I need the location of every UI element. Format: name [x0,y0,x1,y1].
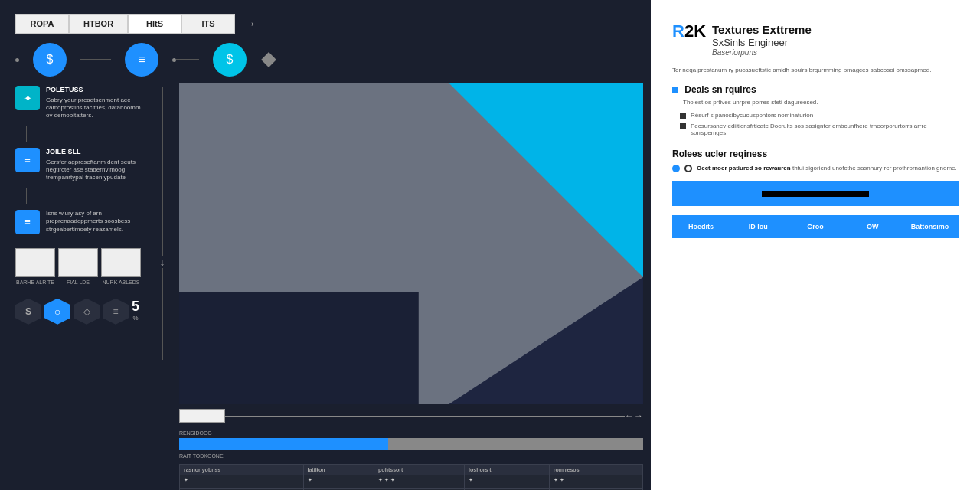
list-item-1: ✦ POLETUSS Gabry your preadtsenment aec … [15,86,147,120]
circle-icon-outline [684,165,692,172]
thumb-label-2: FIAL LDE [67,279,90,285]
geo-shape [179,83,643,404]
list-text-3: Isns wiury asy of arn preprenaadoppmerts… [46,210,147,234]
bullet-text-2: Pecsursanev ediitionsfrticate Docrults s… [691,122,959,136]
bullet-item-2: Pecsursanev ediitionsfrticate Docrults s… [680,122,959,136]
roles-section: Rolees ucler reqiness Oect moer patiured… [672,149,959,172]
list-icon-3: ≡ [15,210,40,234]
bullet-list: Résurf s panosibycucuspontors nominaturi… [680,112,959,136]
deals-heading: Deals sn rquires [672,84,959,95]
table-header-3: pohtssort [374,465,465,475]
btn-black-bar [762,191,869,197]
bottom-nav-battonsimo[interactable]: Battonsimo [901,220,959,234]
description: Ter neqa prestanum ry pucasueftstic amid… [672,66,959,75]
bottom-nav-id[interactable]: ID lou [730,220,787,234]
flow-row: $ ≡ $ [15,43,635,77]
thumbnail-row: BARHE ALR TE FIAL LDE NURK ABLEDS [15,248,147,285]
table-header-2: latilton [303,465,374,475]
top-nav: ROPA HTBOR HItS ITS → [15,14,635,34]
thumb-label-1: BARHE ALR TE [16,279,54,285]
hex-icon-1: S [15,299,41,325]
table-cell: ✦ [303,475,374,485]
flow-icon-3: $ [213,43,247,77]
thumb-1: BARHE ALR TE [15,248,55,285]
bottom-nav: Hoedits ID lou Groo OW Battonsimo [672,215,959,238]
thumb-3: NURK ABLEDS [101,248,141,285]
flow-icon-1: $ [33,43,67,77]
roles-heading: Rolees ucler reqiness [672,149,959,159]
nav-arrow-right: → [243,16,256,32]
hex-row: S ○ ◇ ≡ 5 % [15,296,147,325]
thumb-label-3: NURK ABLEDS [102,279,139,285]
nav-ropa[interactable]: ROPA [15,14,69,34]
table-cell: ✦ [180,475,304,485]
bullet-sq-2 [680,123,686,129]
thumb-box-2 [58,248,98,277]
hex-icon-2: ○ [44,299,70,325]
main-content: ✦ POLETUSS Gabry your preadtsenment aec … [0,80,651,490]
thumb-box-3 [101,248,141,277]
hex-icon-4: ≡ [103,299,129,325]
table-header-4: loshors t [465,465,550,475]
thumb-box-1 [15,248,55,277]
list-item-3: ≡ Isns wiury asy of arn preprenaadoppmer… [15,210,147,234]
bar-fill [179,438,388,450]
table-header-5: rom resos [549,465,642,475]
title-row: R2K Textures Exttreme SxSinls Engineer B… [672,23,959,57]
mini-table: rasnor yobnss latilton pohtssort loshors… [179,464,643,490]
left-list: ✦ POLETUSS Gabry your preadtsenment aec … [0,86,153,490]
roles-bold: Oect moer patiured so rewauren [697,165,791,172]
list-icon-1: ✦ [15,86,40,110]
title-line1: Textures Exttreme [712,23,812,37]
list-item-2: ≡ JOILE SLL Gersfer agproseftanm dent se… [15,148,147,182]
subtitle: Baseriorpuns [712,48,812,57]
h-arrow: ←→ [179,409,643,423]
list-text-1: POLETUSS Gabry your preadtsenment aec ca… [46,86,147,120]
deals-section: Deals sn rquires Tholest os prtives unrp… [672,84,959,136]
table-cell: ✦ ✦ ✦ [374,475,465,485]
r2k-logo: R2K [672,23,706,40]
center-viz: ←→ RENSIDOOG RAIT TODKGONE rasnor yobnss… [172,83,651,490]
left-panel: ROPA HTBOR HItS ITS → $ ≡ $ ✦ POLETUSS G… [0,0,651,490]
roles-desc: thtui sigoriend unofcthe sasnhury rer pr… [792,165,957,172]
bullet-sq-1 [680,113,686,119]
bottom-nav-ow[interactable]: OW [844,220,901,234]
right-panel: R2K Textures Exttreme SxSinls Engineer B… [651,0,980,490]
bullet-sq-deals [672,87,678,93]
bar-label-2: RAIT TODKGONE [179,453,643,459]
bottom-nav-hoedits[interactable]: Hoedits [672,220,730,234]
flow-icon-2: ≡ [125,43,158,77]
primary-button[interactable] [672,181,959,206]
circle-icon-filled [672,165,680,172]
bullet-text-1: Résurf s panosibycucuspontors nominaturi… [691,112,813,119]
thumb-2: FIAL LDE [58,248,98,285]
bottom-nav-groo[interactable]: Groo [787,220,844,234]
flow-diamond [261,52,276,67]
bar-track [179,438,643,450]
vert-flow: ↓ [153,87,172,490]
hex-icon-3: ◇ [74,299,100,325]
svg-marker-3 [179,292,419,405]
roles-text: Oect moer patiured so rewauren thtui sig… [697,164,957,172]
table-header-1: rasnor yobnss [180,465,304,475]
hex-num: 5 % [132,299,139,322]
list-icon-2: ≡ [15,148,40,172]
roles-item: Oect moer patiured so rewauren thtui sig… [672,164,959,172]
table-cell: ✦ [465,475,550,485]
h-arrow-line: ←→ [225,410,643,421]
bar-section: RENSIDOOG RAIT TODKGONE [179,427,643,464]
title-line2: SxSinls Engineer [712,37,812,48]
table-cell: ✦ ✦ [549,475,642,485]
nav-hits[interactable]: HItS [128,14,181,34]
nav-its[interactable]: ITS [181,14,235,34]
deals-desc: Tholest os prtives unrpre porres steti d… [683,98,959,107]
table-row: ✦ ✦ ✦ ✦ ✦ ✦ ✦ ✦ [180,475,643,485]
bar-label-1: RENSIDOOG [179,430,643,436]
list-text-2: JOILE SLL Gersfer agproseftanm dent seut… [46,148,147,182]
bullet-item-1: Résurf s panosibycucuspontors nominaturi… [680,112,959,119]
nav-htbor[interactable]: HTBOR [69,14,128,34]
box-indicator [179,409,225,423]
title-text: Textures Exttreme SxSinls Engineer Baser… [712,23,812,57]
